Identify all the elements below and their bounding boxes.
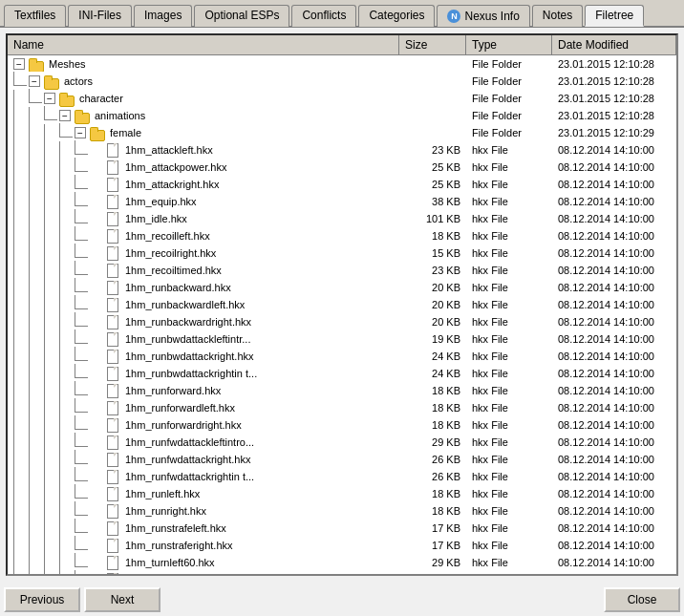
table-row[interactable]: −characterFile Folder23.01.2015 12:10:28 (8, 90, 676, 107)
table-row[interactable]: 1hm_attackleft.hkx23 KBhkx File08.12.201… (8, 141, 676, 159)
cell-size: 25 KB (399, 160, 466, 174)
table-row[interactable]: 1hm_idle.hkx101 KBhkx File08.12.2014 14:… (8, 210, 676, 227)
cell-name: −Meshes (8, 56, 399, 72)
table-row[interactable]: 1hm_runbackwardleft.hkx20 KBhkx File08.1… (8, 296, 676, 313)
cell-name: 1hm_runleft.hkx (8, 484, 399, 503)
file-icon (105, 195, 120, 208)
table-row[interactable]: 1hm_runfwdattackrightin t...26 KBhkx Fil… (8, 468, 676, 485)
col-header-modified[interactable]: Date Modified (552, 35, 676, 54)
tab-filetree[interactable]: Filetree (585, 5, 644, 27)
cell-type: hkx File (466, 453, 552, 466)
cell-type: hkx File (466, 539, 552, 552)
table-row[interactable]: 1hm_turnleft60.hkx29 KBhkx File08.12.201… (8, 554, 676, 571)
tab-notes[interactable]: Notes (532, 5, 583, 27)
file-name: 1hm_runfwdattackleftintro... (125, 436, 254, 448)
table-row[interactable]: 1hm_runbwdattackright.hkx24 KBhkx File08… (8, 348, 676, 365)
table-row[interactable]: −MeshesFile Folder23.01.2015 12:10:28 (8, 55, 676, 73)
cell-modified: 08.12.2014 14:10:00 (552, 367, 676, 380)
table-row[interactable]: 1hm_recoilleft.hkx18 KBhkx File08.12.201… (8, 227, 676, 244)
cell-type: File Folder (466, 126, 552, 139)
table-row[interactable]: 1hm_runforward.hkx18 KBhkx File08.12.201… (8, 382, 676, 399)
table-row[interactable]: 1hm_runbackwardright.hkx20 KBhkx File08.… (8, 313, 676, 330)
cell-modified: 08.12.2014 14:10:00 (552, 298, 676, 311)
cell-name: 1hm_runfwdattackright.hkx (8, 450, 399, 469)
table-row[interactable]: 1hm_attackpower.hkx25 KBhkx File08.12.20… (8, 159, 676, 176)
file-tree-body[interactable]: −MeshesFile Folder23.01.2015 12:10:28−ac… (8, 55, 676, 574)
cell-modified: 23.01.2015 12:10:29 (552, 126, 676, 139)
cell-modified: 08.12.2014 14:10:00 (552, 556, 676, 569)
file-icon (105, 453, 120, 466)
tab-textfiles[interactable]: Textfiles (4, 5, 66, 27)
table-row[interactable]: 1hm_runstrafeleft.hkx17 KBhkx File08.12.… (8, 520, 676, 537)
collapse-button[interactable]: − (13, 58, 25, 70)
file-name: animations (95, 110, 145, 121)
table-row[interactable]: 1hm_runforwardleft.hkx18 KBhkx File08.12… (8, 399, 676, 416)
cell-name: 1hm_runbwdattackrightin t... (8, 364, 399, 383)
tab-ini-files[interactable]: INI-Files (68, 5, 132, 27)
cell-name: 1hm_attackright.hkx (8, 175, 399, 194)
cell-modified: 23.01.2015 12:10:28 (552, 109, 676, 122)
cell-size: 17 KB (399, 521, 466, 535)
table-row[interactable]: −animationsFile Folder23.01.2015 12:10:2… (8, 107, 676, 124)
tab-optional-esps[interactable]: Optional ESPs (194, 5, 289, 27)
table-row[interactable]: 1hm_runbackward.hkx20 KBhkx File08.12.20… (8, 279, 676, 296)
cell-size: 18 KB (399, 418, 466, 432)
collapse-button[interactable]: − (29, 75, 40, 87)
cell-type: File Folder (466, 57, 552, 71)
folder-icon (29, 57, 44, 71)
cell-name: 1hm_idle.hkx (8, 209, 399, 228)
table-row[interactable]: 1hm_runright.hkx18 KBhkx File08.12.2014 … (8, 502, 676, 520)
table-row[interactable]: 1hm_runfwdattackright.hkx26 KBhkx File08… (8, 451, 676, 468)
next-button[interactable]: Next (84, 587, 160, 612)
cell-size (399, 97, 466, 99)
table-row[interactable]: −femaleFile Folder23.01.2015 12:10:29 (8, 124, 676, 141)
table-row[interactable]: 1hm_runstraferight.hkx17 KBhkx File08.12… (8, 537, 676, 554)
table-row[interactable]: 1hm_runbwdattackleftintr...19 KBhkx File… (8, 330, 676, 348)
table-row[interactable]: 1hm_runfwdattackleftintro...29 KBhkx Fil… (8, 434, 676, 451)
collapse-button[interactable]: − (44, 93, 55, 104)
file-name: 1hm_idle.hkx (125, 213, 187, 224)
file-icon (105, 487, 120, 500)
cell-type: hkx File (466, 521, 552, 535)
table-row[interactable]: 1hm_equip.hkx38 KBhkx File08.12.2014 14:… (8, 193, 676, 210)
close-button[interactable]: Close (604, 587, 680, 612)
collapse-button[interactable]: − (59, 110, 71, 121)
file-name: 1hm_runbwdattackright.hkx (125, 350, 254, 362)
cell-name: 1hm_runbwdattackleftintr... (8, 329, 399, 349)
tab-categories[interactable]: Categories (358, 5, 435, 27)
table-row[interactable]: −actorsFile Folder23.01.2015 12:10:28 (8, 73, 676, 90)
cell-modified: 08.12.2014 14:10:00 (552, 435, 676, 449)
cell-size: 15 KB (399, 246, 466, 260)
table-row[interactable]: 1hm_runbwdattackrightin t...24 KBhkx Fil… (8, 365, 676, 382)
cell-modified: 08.12.2014 14:10:00 (552, 521, 676, 535)
file-name: 1hm_recoilleft.hkx (125, 230, 210, 242)
cell-size (399, 115, 466, 117)
previous-button[interactable]: Previous (4, 587, 80, 612)
table-row[interactable]: 1hm_recoilright.hkx15 KBhkx File08.12.20… (8, 244, 676, 262)
cell-size: 24 KB (399, 367, 466, 380)
col-header-size[interactable]: Size (399, 35, 466, 54)
col-header-type[interactable]: Type (466, 35, 552, 54)
tab-conflicts[interactable]: Conflicts (291, 5, 356, 27)
cell-type: hkx File (466, 384, 552, 397)
table-row[interactable]: 1hm_turnleft180...23 KBhkx File08.12.201… (8, 571, 676, 574)
table-row[interactable]: 1hm_recoiltimed.hkx23 KBhkx File08.12.20… (8, 262, 676, 279)
tab-nexus-info[interactable]: Nexus Info (437, 5, 529, 27)
cell-name: 1hm_runbackward.hkx (8, 278, 399, 297)
cell-modified: 08.12.2014 14:10:00 (552, 453, 676, 466)
cell-name: 1hm_runbwdattackright.hkx (8, 347, 399, 366)
file-icon (105, 384, 120, 397)
tab-images[interactable]: Images (134, 5, 192, 27)
main-window: Textfiles INI-Files Images Optional ESPs… (0, 0, 684, 616)
table-row[interactable]: 1hm_runleft.hkx18 KBhkx File08.12.2014 1… (8, 485, 676, 502)
cell-name: −character (8, 89, 399, 108)
col-header-name[interactable]: Name (8, 35, 399, 54)
table-row[interactable]: 1hm_attackright.hkx25 KBhkx File08.12.20… (8, 176, 676, 193)
cell-size: 25 KB (399, 178, 466, 191)
cell-type: hkx File (466, 246, 552, 260)
cell-name: −female (8, 123, 399, 142)
cell-modified: 08.12.2014 14:10:00 (552, 350, 676, 363)
file-icon (105, 281, 120, 294)
table-row[interactable]: 1hm_runforwardright.hkx18 KBhkx File08.1… (8, 416, 676, 434)
collapse-button[interactable]: − (75, 127, 86, 138)
